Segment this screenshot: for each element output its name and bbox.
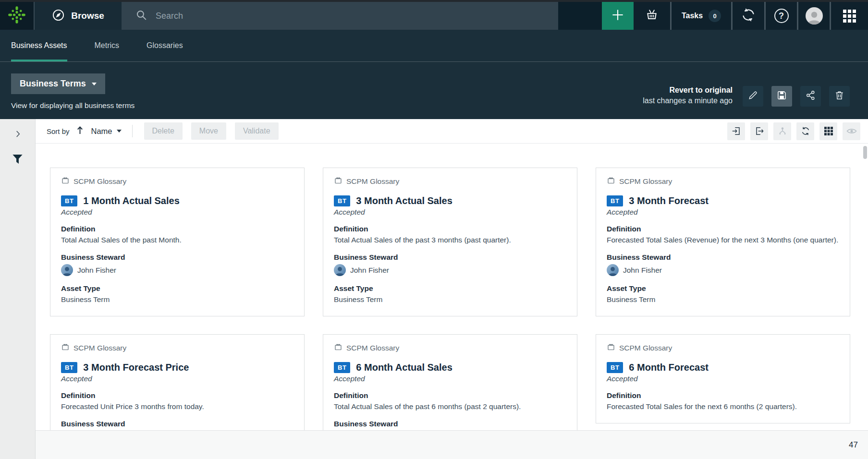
- app-window: Browse: [0, 0, 868, 459]
- steward-section: Business Steward: [334, 420, 566, 428]
- import-button[interactable]: [727, 122, 745, 140]
- asset-title-link[interactable]: 3 Month Actual Sales: [356, 195, 452, 206]
- top-navigation-bar: Browse: [0, 2, 868, 30]
- steward-label: Business Steward: [334, 420, 566, 428]
- card-glossary-row: SCPM Glossary: [607, 176, 839, 187]
- sort-ascending-icon[interactable]: [76, 126, 84, 136]
- asset-title-link[interactable]: 6 Month Actual Sales: [356, 362, 452, 373]
- card-glossary-row: SCPM Glossary: [334, 176, 566, 187]
- asset-card[interactable]: SCPM Glossary BT 1 Month Actual Sales Ac…: [50, 168, 305, 316]
- move-button[interactable]: Move: [191, 122, 226, 140]
- view-selector-dropdown[interactable]: Business Terms: [11, 73, 105, 94]
- definition-label: Definition: [334, 225, 566, 233]
- asset-card[interactable]: SCPM Glossary BT 3 Month Forecast Accept…: [596, 168, 850, 316]
- card-grid: SCPM Glossary BT 1 Month Actual Sales Ac…: [36, 144, 868, 430]
- view-header-actions: Revert to original last changes a minute…: [643, 62, 850, 119]
- asset-card[interactable]: SCPM Glossary BT 3 Month Actual Sales Ac…: [323, 168, 577, 316]
- search-bar: [122, 2, 558, 30]
- definition-text: Total Actual Sales of the past 3 months …: [334, 235, 566, 245]
- tasks-button[interactable]: Tasks 0: [670, 2, 731, 30]
- asset-title-link[interactable]: 1 Month Actual Sales: [83, 195, 179, 206]
- sync-button[interactable]: [731, 2, 764, 30]
- steward-name-link[interactable]: John Fisher: [77, 266, 116, 275]
- browse-label: Browse: [71, 11, 104, 21]
- steward-label: Business Steward: [61, 420, 293, 428]
- plus-icon: [611, 8, 625, 24]
- tab-metrics[interactable]: Metrics: [95, 30, 120, 61]
- user-avatar: [806, 7, 823, 24]
- toolbar-right-icons: [727, 122, 868, 140]
- help-button[interactable]: ?: [764, 2, 797, 30]
- asset-type-section: Asset Type Business Term: [61, 284, 293, 304]
- filter-sidebar: [0, 119, 36, 459]
- filter-funnel-icon[interactable]: [11, 153, 24, 168]
- share-view-button[interactable]: [800, 86, 821, 107]
- asset-type-value: Business Term: [334, 295, 566, 304]
- asset-type-section: Asset Type Business Term: [334, 284, 566, 304]
- asset-title-link[interactable]: 3 Month Forecast: [629, 195, 709, 206]
- delete-view-button[interactable]: [829, 86, 850, 107]
- edit-view-button[interactable]: [743, 86, 763, 107]
- chevron-down-icon[interactable]: [117, 130, 122, 133]
- collibra-logo-icon: [7, 5, 26, 26]
- user-menu-button[interactable]: [797, 2, 830, 30]
- create-asset-button[interactable]: [602, 2, 634, 30]
- asset-type-label: Asset Type: [334, 284, 566, 293]
- steward-section: Business Steward: [61, 420, 293, 428]
- tab-label: Metrics: [95, 41, 120, 50]
- tab-label: Glossaries: [147, 41, 183, 50]
- save-icon: [776, 90, 787, 103]
- asset-status: Accepted: [61, 208, 293, 217]
- card-title-row: BT 1 Month Actual Sales: [61, 195, 293, 206]
- preview-eye-button[interactable]: [843, 122, 860, 140]
- search-input[interactable]: [156, 11, 492, 21]
- asset-type-section: Asset Type Business Term: [607, 284, 839, 304]
- hierarchy-view-button[interactable]: [773, 122, 791, 140]
- app-logo[interactable]: [0, 2, 35, 30]
- scrollbar-thumb[interactable]: [863, 146, 867, 159]
- delete-button[interactable]: Delete: [144, 122, 183, 140]
- definition-section: Definition Total Actual Sales of the pas…: [334, 391, 566, 411]
- steward-name-link[interactable]: John Fisher: [350, 266, 389, 275]
- tasks-label: Tasks: [682, 12, 703, 20]
- asset-type-badge: BT: [61, 362, 77, 373]
- chevron-down-icon: [92, 83, 97, 85]
- definition-section: Definition Total Actual Sales of the pas…: [61, 225, 293, 245]
- definition-label: Definition: [607, 391, 839, 400]
- sort-by-label: Sort by: [47, 127, 70, 135]
- asset-card[interactable]: SCPM Glossary BT 6 Month Actual Sales Ac…: [323, 334, 577, 430]
- asset-status: Accepted: [334, 208, 566, 217]
- card-glossary-row: SCPM Glossary: [334, 343, 566, 353]
- grid-view-button[interactable]: [819, 122, 837, 140]
- tasks-count-badge: 0: [709, 10, 721, 22]
- asset-card[interactable]: SCPM Glossary BT 3 Month Forecast Price …: [50, 334, 305, 430]
- data-basket-button[interactable]: [634, 2, 670, 30]
- validate-button[interactable]: Validate: [235, 122, 279, 140]
- card-column: SCPM Glossary BT 3 Month Forecast Accept…: [596, 168, 850, 430]
- card-glossary-row: SCPM Glossary: [61, 176, 293, 187]
- save-view-button[interactable]: [771, 86, 792, 107]
- apps-menu-button[interactable]: [830, 2, 868, 30]
- asset-title-link[interactable]: 6 Month Forecast: [629, 362, 709, 373]
- definition-section: Definition Forecasted Total Sales for th…: [607, 391, 839, 411]
- steward-name-link[interactable]: John Fisher: [623, 266, 662, 275]
- content-column: Sort by Name Delete Move Validate: [36, 119, 868, 459]
- asset-status: Accepted: [607, 208, 839, 217]
- steward-row: John Fisher: [334, 264, 566, 276]
- revert-to-original-link[interactable]: Revert to original: [643, 86, 733, 95]
- tab-business-assets[interactable]: Business Assets: [11, 30, 67, 61]
- apps-grid-icon: [843, 10, 856, 23]
- asset-title-link[interactable]: 3 Month Forecast Price: [83, 362, 189, 373]
- glossary-name: SCPM Glossary: [346, 344, 399, 352]
- tab-glossaries[interactable]: Glossaries: [147, 30, 183, 61]
- main-area: Sort by Name Delete Move Validate: [0, 119, 868, 459]
- asset-card[interactable]: SCPM Glossary BT 6 Month Forecast Accept…: [596, 334, 850, 423]
- asset-status: Accepted: [61, 374, 293, 383]
- help-icon: ?: [774, 9, 789, 23]
- browse-button[interactable]: Browse: [35, 2, 122, 30]
- compass-icon: [52, 9, 65, 24]
- expand-sidebar-button[interactable]: [12, 129, 23, 141]
- refresh-button[interactable]: [796, 122, 814, 140]
- export-button[interactable]: [750, 122, 768, 140]
- sort-field-dropdown[interactable]: Name: [91, 127, 112, 136]
